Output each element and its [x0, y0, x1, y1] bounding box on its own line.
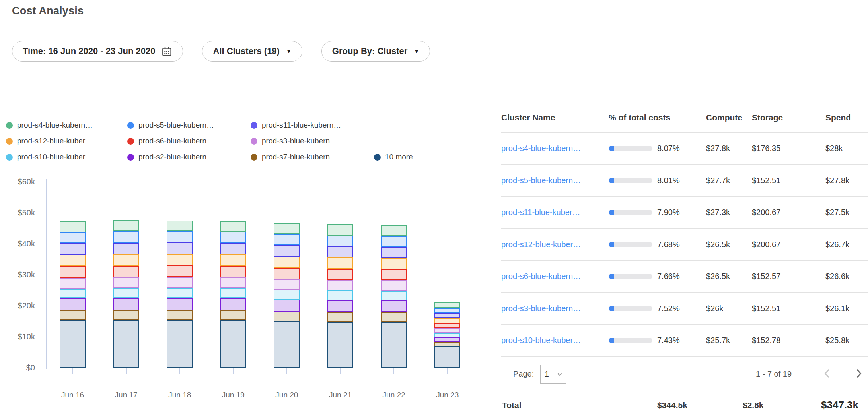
bar-segment[interactable] — [381, 225, 407, 236]
bar-segment[interactable] — [60, 266, 86, 278]
bar-segment[interactable] — [381, 247, 407, 258]
bar-segment[interactable] — [220, 232, 246, 243]
clusters-filter[interactable]: All Clusters (19) ▼ — [202, 41, 302, 62]
legend-item[interactable]: prod-s12-blue-kuber… — [6, 137, 127, 145]
bar-segment[interactable] — [167, 231, 193, 242]
bar-segment[interactable] — [327, 236, 353, 246]
bar-segment[interactable] — [434, 302, 460, 308]
bar-segment[interactable] — [274, 223, 300, 234]
bar-segment[interactable] — [167, 277, 193, 288]
bar-segment[interactable] — [274, 312, 300, 321]
bar-segment[interactable] — [327, 290, 353, 300]
bar-segment[interactable] — [381, 236, 407, 247]
bar-segment[interactable] — [60, 298, 86, 310]
bar-segment[interactable] — [327, 246, 353, 257]
bar-segment[interactable] — [60, 243, 86, 255]
bar-segment[interactable] — [381, 258, 407, 269]
bar-segment[interactable] — [434, 337, 460, 342]
legend-item[interactable]: prod-s10-blue-kuber… — [6, 153, 127, 161]
legend-item[interactable]: prod-s4-blue-kubern… — [6, 121, 127, 130]
bar-segment[interactable] — [274, 321, 300, 368]
bar-segment[interactable] — [113, 310, 139, 321]
legend-item[interactable]: prod-s6-blue-kubern… — [127, 137, 251, 145]
bar-segment[interactable] — [167, 310, 193, 321]
bar-segment[interactable] — [327, 322, 353, 368]
legend-item[interactable]: prod-s11-blue-kubern… — [251, 121, 374, 130]
bar-segment[interactable] — [274, 268, 300, 279]
bar-segment[interactable] — [327, 300, 353, 312]
bar-segment[interactable] — [434, 342, 460, 346]
bar-segment[interactable] — [327, 280, 353, 290]
bar-segment[interactable] — [60, 255, 86, 266]
bar-segment[interactable] — [274, 245, 300, 257]
page-select[interactable]: 1 — [540, 365, 566, 384]
bar-segment[interactable] — [381, 280, 407, 291]
bar-segment[interactable] — [220, 254, 246, 266]
bar-segment[interactable] — [60, 232, 86, 243]
bar-segment[interactable] — [113, 231, 139, 243]
bar-segment[interactable] — [167, 288, 193, 298]
bar-segment[interactable] — [167, 298, 193, 310]
legend-item[interactable]: 10 more — [374, 153, 413, 161]
bar-segment[interactable] — [113, 298, 139, 310]
group-by-filter[interactable]: Group By: Cluster ▼ — [321, 41, 430, 62]
bar-segment[interactable] — [113, 277, 139, 288]
bar-segment[interactable] — [113, 243, 139, 255]
cluster-name-link[interactable]: prod-s4-blue-kubern… — [501, 144, 609, 153]
bar-segment[interactable] — [113, 220, 139, 231]
bar-segment[interactable] — [60, 221, 86, 232]
cluster-name-link[interactable]: prod-s3-blue-kubern… — [501, 304, 609, 313]
bar-segment[interactable] — [220, 310, 246, 321]
legend-item[interactable]: prod-s7-blue-kubern… — [251, 153, 374, 161]
bar-segment[interactable] — [60, 289, 86, 298]
legend-item[interactable]: prod-s2-blue-kubern… — [127, 153, 251, 161]
cluster-name-link[interactable]: prod-s11-blue-kuber… — [501, 208, 609, 217]
bar-segment[interactable] — [167, 221, 193, 231]
bar-segment[interactable] — [60, 278, 86, 289]
bar-segment[interactable] — [220, 320, 246, 368]
bar-segment[interactable] — [381, 322, 407, 368]
next-page-button[interactable] — [850, 366, 867, 382]
bar-segment[interactable] — [434, 313, 460, 318]
bar-segment[interactable] — [113, 266, 139, 277]
bar-segment[interactable] — [167, 265, 193, 277]
bar-segment[interactable] — [434, 333, 460, 337]
bar-segment[interactable] — [274, 279, 300, 290]
bar-segment[interactable] — [327, 257, 353, 269]
cluster-name-link[interactable]: prod-s5-blue-kubern… — [501, 176, 609, 185]
legend-item[interactable]: prod-s3-blue-kubern… — [251, 137, 374, 145]
bar-segment[interactable] — [381, 269, 407, 280]
bar-segment[interactable] — [274, 290, 300, 300]
bar-segment[interactable] — [113, 320, 139, 368]
bar-segment[interactable] — [434, 308, 460, 313]
bar-segment[interactable] — [220, 266, 246, 277]
bar-segment[interactable] — [167, 242, 193, 254]
cluster-name-link[interactable]: prod-s10-blue-kuber… — [501, 336, 609, 345]
bar-segment[interactable] — [327, 312, 353, 322]
bar-segment[interactable] — [274, 257, 300, 268]
bar-segment[interactable] — [220, 288, 246, 298]
legend-item[interactable]: prod-s5-blue-kubern… — [127, 121, 251, 130]
bar-segment[interactable] — [220, 221, 246, 232]
bar-segment[interactable] — [113, 288, 139, 298]
bar-segment[interactable] — [220, 298, 246, 310]
bar-segment[interactable] — [60, 310, 86, 320]
cluster-name-link[interactable]: prod-s6-blue-kubern… — [501, 272, 609, 281]
bar-segment[interactable] — [167, 254, 193, 266]
bar-segment[interactable] — [167, 320, 193, 368]
bar-segment[interactable] — [274, 300, 300, 312]
bar-segment[interactable] — [434, 323, 460, 328]
bar-segment[interactable] — [327, 224, 353, 235]
bar-segment[interactable] — [60, 320, 86, 368]
bar-segment[interactable] — [220, 243, 246, 255]
bar-segment[interactable] — [274, 234, 300, 245]
bar-segment[interactable] — [434, 328, 460, 333]
bar-segment[interactable] — [434, 318, 460, 323]
cluster-name-link[interactable]: prod-s12-blue-kuber… — [501, 240, 609, 249]
bar-segment[interactable] — [381, 291, 407, 300]
bar-segment[interactable] — [381, 312, 407, 322]
bar-segment[interactable] — [327, 269, 353, 280]
bar-segment[interactable] — [113, 254, 139, 266]
time-range-filter[interactable]: Time: 16 Jun 2020 - 23 Jun 2020 — [12, 41, 183, 62]
bar-segment[interactable] — [434, 346, 460, 368]
